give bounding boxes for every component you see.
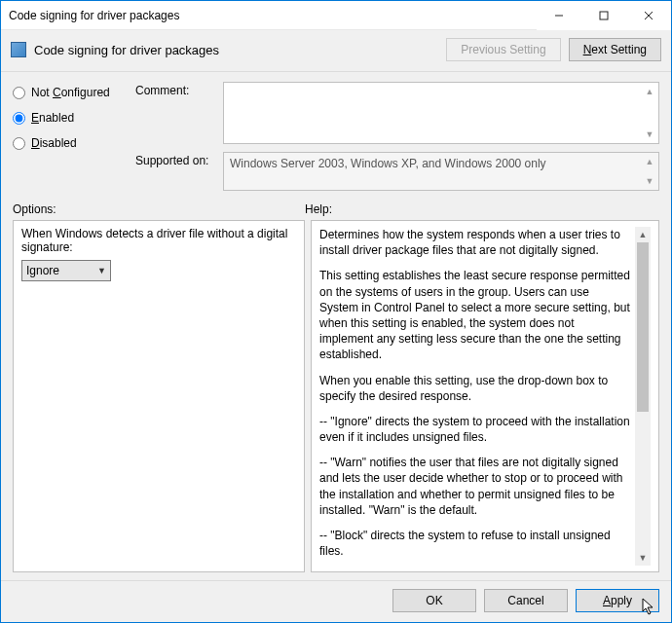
radio-not-configured[interactable]: Not Configured <box>13 86 120 99</box>
comment-scrollbar[interactable]: ▲ ▼ <box>643 85 656 141</box>
supported-on-value: Windows Server 2003, Windows XP, and Win… <box>223 152 659 191</box>
apply-button[interactable]: Apply <box>576 589 659 612</box>
radio-enabled[interactable]: Enabled <box>13 111 120 125</box>
titlebar: Code signing for driver packages <box>1 1 671 30</box>
cancel-button[interactable]: Cancel <box>484 589 568 612</box>
dialog-footer: OK Cancel Apply <box>1 580 671 622</box>
policy-icon <box>11 42 26 57</box>
header-strip: Code signing for driver packages Previou… <box>1 30 671 72</box>
supported-scrollbar: ▲ ▼ <box>643 155 656 188</box>
scroll-down-icon: ▼ <box>635 550 651 566</box>
scroll-down-icon: ▼ <box>643 128 656 141</box>
chevron-down-icon: ▼ <box>97 266 106 275</box>
radio-not-configured-input[interactable] <box>13 87 25 99</box>
svg-rect-1 <box>600 12 608 19</box>
options-section-label: Options: <box>13 202 305 216</box>
scrollbar-thumb[interactable] <box>637 242 649 412</box>
radio-disabled[interactable]: Disabled <box>13 136 120 150</box>
help-text: Determines how the system responds when … <box>319 227 635 566</box>
supported-on-label: Supported on: <box>135 152 215 191</box>
help-scrollbar[interactable]: ▲ ▼ <box>635 227 651 566</box>
comment-label: Comment: <box>135 82 215 144</box>
next-setting-button[interactable]: Next Setting <box>569 38 661 61</box>
window-title: Code signing for driver packages <box>9 9 179 22</box>
close-button[interactable] <box>626 1 671 30</box>
comment-textarea[interactable]: ▲ ▼ <box>223 82 659 144</box>
select-value: Ignore <box>26 264 59 277</box>
help-pane: Determines how the system responds when … <box>311 220 659 572</box>
help-section-label: Help: <box>305 202 659 216</box>
radio-disabled-input[interactable] <box>13 137 25 150</box>
options-pane: When Windows detects a driver file witho… <box>13 220 305 572</box>
scroll-down-icon: ▼ <box>643 174 656 188</box>
scroll-up-icon: ▲ <box>635 227 651 242</box>
ok-button[interactable]: OK <box>392 589 476 612</box>
policy-title: Code signing for driver packages <box>34 43 438 57</box>
dialog-window: Code signing for driver packages Code si… <box>0 0 672 623</box>
maximize-button[interactable] <box>581 1 626 30</box>
previous-setting-button: Previous Setting <box>446 38 560 61</box>
signature-response-select[interactable]: Ignore ▼ <box>21 260 111 281</box>
radio-enabled-input[interactable] <box>13 112 25 125</box>
scroll-up-icon: ▲ <box>643 155 656 168</box>
minimize-button[interactable] <box>537 1 581 30</box>
options-prompt: When Windows detects a driver file witho… <box>21 227 296 254</box>
scroll-up-icon: ▲ <box>643 85 656 98</box>
state-radio-group: Not Configured Enabled Disabled <box>13 82 120 191</box>
cursor-icon <box>641 598 656 617</box>
scrollbar-track[interactable] <box>635 242 651 550</box>
